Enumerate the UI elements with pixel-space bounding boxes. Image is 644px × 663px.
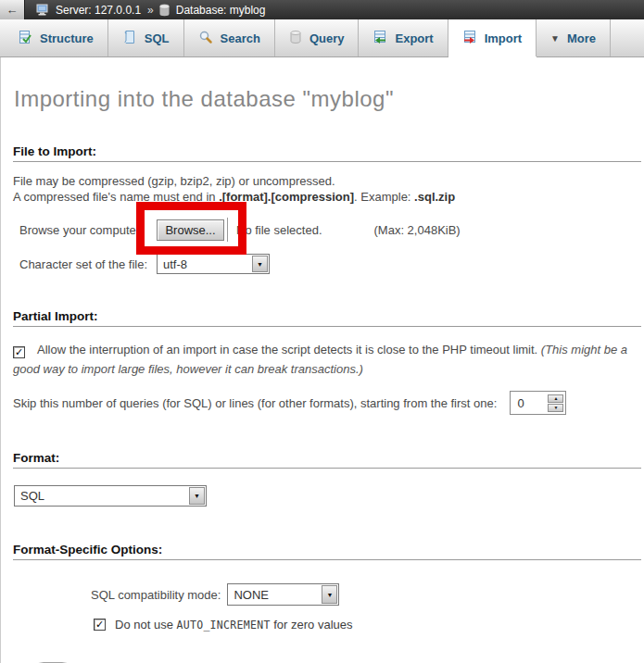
tab-query[interactable]: Query xyxy=(275,19,360,56)
skip-queries-label: Skip this number of queries (for SQL) or… xyxy=(13,396,497,410)
max-upload-size: (Max: 2,048KiB) xyxy=(374,223,461,237)
browse-label: Browse your computer: xyxy=(19,223,157,237)
tab-label: Export xyxy=(395,31,433,45)
compression-line2-mid: . Example: xyxy=(354,190,414,204)
tab-label: Search xyxy=(221,31,260,45)
server-icon xyxy=(36,4,50,16)
auto-increment-label-suffix: for zero values xyxy=(271,618,353,632)
browse-button[interactable]: Browse... xyxy=(157,219,224,241)
tab-more[interactable]: ▼ More xyxy=(537,19,611,56)
sql-compatibility-label: SQL compatibility mode: xyxy=(91,588,221,602)
spinner-down-icon[interactable]: ▼ xyxy=(548,404,563,412)
format-select[interactable]: SQL ▼ xyxy=(14,485,207,507)
dropdown-arrow-icon[interactable]: ▼ xyxy=(189,487,205,505)
section-heading-file-to-import: File to Import: xyxy=(13,144,641,162)
tab-search[interactable]: Search xyxy=(184,19,275,56)
section-heading-partial-import: Partial Import: xyxy=(13,309,641,327)
import-icon xyxy=(462,30,477,47)
compression-format-pattern: .[format].[compression] xyxy=(219,190,354,204)
charset-label: Character set of the file: xyxy=(19,257,157,271)
breadcrumb-separator: » xyxy=(147,4,154,17)
compression-example: .sql.zip xyxy=(414,190,455,204)
section-heading-format-options: Format-Specific Options: xyxy=(13,543,641,560)
tab-bar: Structure SQL Search Query xyxy=(0,19,644,57)
search-icon xyxy=(198,30,213,47)
page-content: Importing into the database "myblog" Fil… xyxy=(0,57,644,663)
file-upload-row: Browse your computer: Browse... No file … xyxy=(13,219,642,241)
format-selected-value: SQL xyxy=(15,489,188,503)
skip-queries-value: 0 xyxy=(517,396,548,410)
query-icon xyxy=(289,30,302,47)
breadcrumb-bar: ← Server: 127.0.0.1 » Database: myblog xyxy=(0,0,644,19)
charset-selected-value: utf-8 xyxy=(158,257,251,271)
charset-row: Character set of the file: utf-8 ▼ xyxy=(13,253,642,275)
database-icon xyxy=(158,4,170,17)
tab-label: Import xyxy=(485,31,522,45)
partial-import-option: ✓Allow the interruption of an import in … xyxy=(13,340,642,379)
auto-increment-code: AUTO_INCREMENT xyxy=(177,619,271,632)
no-file-selected-text: No file selected. xyxy=(236,223,322,237)
page-title: Importing into the database "myblog" xyxy=(14,57,642,112)
spinner-buttons: ▲ ▼ xyxy=(548,394,563,412)
compression-line2-prefix: A compressed file's name must end in xyxy=(13,190,219,204)
charset-select[interactable]: utf-8 ▼ xyxy=(157,254,270,274)
sql-compatibility-row: SQL compatibility mode: NONE ▼ xyxy=(13,582,642,607)
back-button[interactable]: ← xyxy=(0,0,25,19)
tab-label: SQL xyxy=(145,31,170,45)
structure-icon xyxy=(18,30,32,47)
auto-increment-row: ✓ Do not use AUTO_INCREMENT for zero val… xyxy=(13,617,642,632)
allow-interrupt-label: Allow the interruption of an import in c… xyxy=(37,343,541,357)
tab-import[interactable]: Import xyxy=(448,19,537,56)
compression-info: File may be compressed (gzip, bzip2, zip… xyxy=(13,173,642,205)
breadcrumb-database[interactable]: Database: myblog xyxy=(176,4,266,17)
file-input-divider xyxy=(227,218,228,242)
allow-interrupt-checkbox[interactable]: ✓ xyxy=(13,346,25,358)
auto-increment-checkbox[interactable]: ✓ xyxy=(94,619,106,631)
breadcrumb-server[interactable]: Server: 127.0.0.1 xyxy=(56,4,141,17)
skip-queries-row: Skip this number of queries (for SQL) or… xyxy=(13,391,642,415)
sql-compatibility-value: NONE xyxy=(228,588,321,602)
chevron-down-icon: ▼ xyxy=(550,33,560,44)
auto-increment-label: Do not use AUTO_INCREMENT for zero value… xyxy=(115,618,353,632)
dropdown-arrow-icon[interactable]: ▼ xyxy=(252,256,268,272)
section-heading-format: Format: xyxy=(13,451,641,469)
compression-line1: File may be compressed (gzip, bzip2, zip… xyxy=(13,174,335,188)
tab-label: Structure xyxy=(40,31,94,45)
tab-label: More xyxy=(567,31,596,45)
tab-export[interactable]: Export xyxy=(359,19,448,56)
dropdown-arrow-icon[interactable]: ▼ xyxy=(322,585,337,604)
tab-label: Query xyxy=(309,31,345,45)
sql-compatibility-select[interactable]: NONE ▼ xyxy=(227,583,339,606)
tab-structure[interactable]: Structure xyxy=(4,19,108,56)
tab-sql[interactable]: SQL xyxy=(108,19,184,56)
export-icon xyxy=(373,30,387,47)
spinner-up-icon[interactable]: ▲ xyxy=(548,394,563,403)
skip-queries-input[interactable]: 0 ▲ ▼ xyxy=(510,391,566,415)
auto-increment-label-prefix: Do not use xyxy=(115,618,177,632)
sql-icon xyxy=(122,30,137,47)
